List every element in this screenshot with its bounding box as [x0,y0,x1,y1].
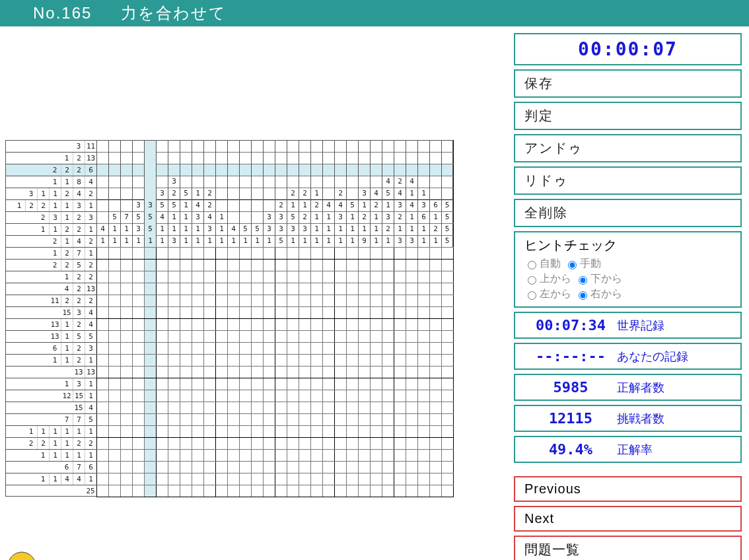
cell[interactable] [192,331,204,343]
cell[interactable] [382,283,394,295]
cell[interactable] [121,343,133,355]
cell[interactable] [216,473,228,485]
cell[interactable] [133,331,145,343]
cell[interactable] [287,473,299,485]
cell[interactable] [323,462,335,473]
cell[interactable] [275,295,287,307]
cell[interactable] [382,260,394,271]
cell[interactable] [442,462,454,473]
cell[interactable] [359,473,371,485]
cell[interactable] [252,473,264,485]
cell[interactable] [311,414,323,426]
cell[interactable] [168,450,180,462]
cell[interactable] [216,319,228,331]
cell[interactable] [252,331,264,343]
cell[interactable] [394,260,406,271]
cell[interactable] [382,248,394,260]
cell[interactable] [168,307,180,319]
cell[interactable] [418,355,430,367]
cell[interactable] [442,343,454,355]
cell[interactable] [347,402,359,414]
cell[interactable] [406,438,418,450]
cell[interactable] [240,331,252,343]
radio-left[interactable]: 左から [524,287,571,301]
cell[interactable] [359,271,371,283]
cell[interactable] [228,355,240,367]
cell[interactable] [168,248,180,260]
cell[interactable] [311,355,323,367]
cell[interactable] [335,331,347,343]
cell[interactable] [394,307,406,319]
cell[interactable] [359,450,371,462]
cell[interactable] [97,295,109,307]
cell[interactable] [382,343,394,355]
cell[interactable] [371,402,382,414]
cell[interactable] [168,402,180,414]
cell[interactable] [228,450,240,462]
cell[interactable] [192,307,204,319]
cell[interactable] [216,295,228,307]
cell[interactable] [204,485,216,497]
cell[interactable] [430,271,442,283]
cell[interactable] [204,319,216,331]
cell[interactable] [275,438,287,450]
cell[interactable] [240,390,252,402]
cell[interactable] [121,307,133,319]
cell[interactable] [394,438,406,450]
cell[interactable] [347,485,359,497]
list-button[interactable]: 問題一覧 [514,536,742,560]
cell[interactable] [145,283,157,295]
cell[interactable] [418,390,430,402]
cell[interactable] [145,378,157,390]
cell[interactable] [347,390,359,402]
cell[interactable] [299,473,311,485]
cell[interactable] [264,343,275,355]
cell[interactable] [264,283,275,295]
cell[interactable] [335,473,347,485]
cell[interactable] [359,319,371,331]
cell[interactable] [359,378,371,390]
cell[interactable] [192,283,204,295]
cell[interactable] [442,248,454,260]
cell[interactable] [323,283,335,295]
cell[interactable] [204,378,216,390]
cell[interactable] [264,485,275,497]
cell[interactable] [157,307,168,319]
cell[interactable] [109,283,121,295]
cell[interactable] [442,295,454,307]
cell[interactable] [287,462,299,473]
cell[interactable] [264,260,275,271]
cell[interactable] [204,295,216,307]
cell[interactable] [418,295,430,307]
cell[interactable] [240,402,252,414]
cell[interactable] [442,473,454,485]
cell[interactable] [133,390,145,402]
cell[interactable] [275,414,287,426]
cell[interactable] [394,450,406,462]
cell[interactable] [311,450,323,462]
cell[interactable] [323,473,335,485]
cell[interactable] [121,248,133,260]
cell[interactable] [133,343,145,355]
cell[interactable] [418,283,430,295]
cell[interactable] [335,295,347,307]
cell[interactable] [287,485,299,497]
cell[interactable] [157,426,168,438]
cell[interactable] [133,248,145,260]
cell[interactable] [157,402,168,414]
cell[interactable] [121,319,133,331]
cell[interactable] [109,319,121,331]
cell[interactable] [371,343,382,355]
cell[interactable] [228,438,240,450]
cell[interactable] [442,271,454,283]
cell[interactable] [406,450,418,462]
cell[interactable] [133,271,145,283]
cell[interactable] [97,402,109,414]
cell[interactable] [264,450,275,462]
cell[interactable] [133,307,145,319]
cell[interactable] [335,438,347,450]
cell[interactable] [240,271,252,283]
cell[interactable] [192,390,204,402]
cell[interactable] [394,462,406,473]
cell[interactable] [311,295,323,307]
